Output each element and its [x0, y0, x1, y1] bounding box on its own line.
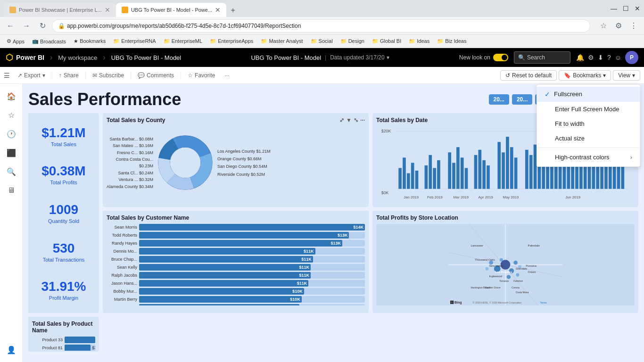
download-btn[interactable]: ⬇	[598, 54, 603, 61]
bar-jun-2	[529, 155, 533, 189]
menu-item-fullscreen[interactable]: ✓ Fullscreen	[537, 87, 640, 102]
pbi-data-updated: Data updated 3/17/20 ▾	[330, 54, 389, 61]
menu-item-high-contrast[interactable]: High-contrast colors ›	[537, 150, 640, 165]
settings-btn[interactable]: ⚙	[588, 54, 594, 61]
notifications-btn[interactable]: 🔔	[576, 54, 584, 61]
sidebar-apps[interactable]: ⬛	[3, 144, 20, 161]
year-btn-2[interactable]: 20...	[512, 94, 532, 105]
bookmark-masteranalyst[interactable]: 📁 Master Analyst	[258, 37, 305, 45]
sidebar-home[interactable]: 🏠	[3, 88, 20, 105]
bookmark-globalbi[interactable]: 📁 Global BI	[369, 37, 404, 45]
sidebar-profile[interactable]: 👤	[3, 341, 20, 358]
bookmark-enterpriseapps[interactable]: 📁 EnterpriseApps	[207, 37, 256, 45]
map-dot-6	[513, 261, 518, 265]
bar-apr-1	[474, 155, 478, 189]
customer-bar-item: Jason Hans... $11K	[107, 280, 365, 287]
bar-apr-4	[487, 165, 490, 189]
sidebar-search[interactable]: 🔍	[3, 163, 20, 180]
map-label-glendale: Glendale	[516, 267, 528, 270]
more-btn[interactable]: ···	[221, 70, 233, 81]
extensions-btn[interactable]: ⚙	[612, 19, 625, 33]
tab-close-2[interactable]: ✕	[215, 6, 221, 14]
bookmark-bizideas[interactable]: 📁 Biz Ideas	[434, 37, 469, 45]
browser-window: Power BI Showcase | Enterprise L... ✕ UB…	[0, 0, 644, 48]
help-btn[interactable]: ?	[607, 54, 611, 61]
view-btn[interactable]: View ▾	[613, 70, 640, 81]
menu-item-enter-fullscreen[interactable]: Enter Full Screen Mode	[537, 102, 640, 116]
expand-icon[interactable]: ⤡	[354, 117, 358, 123]
share-icon: ↑	[59, 72, 62, 79]
customer-name: Shawn Sny...	[107, 305, 137, 305]
pbi-workspace[interactable]: My workspace	[58, 54, 97, 61]
menu-item-fit-width[interactable]: Fit to width	[537, 116, 640, 131]
customer-name: Bobby Mur...	[107, 289, 137, 294]
address-bar[interactable]: 🔒 app.powerbi.com/groups/me/reports/ab50…	[52, 19, 590, 33]
donut-chart-title: Total Sales by County ⤢ ▼ ⤡ ···	[107, 117, 365, 123]
customer-name: Martin Berry	[107, 297, 137, 302]
product-bar-track: $35K	[65, 345, 95, 351]
back-button[interactable]: ←	[4, 19, 17, 33]
maximize-button[interactable]: ☐	[623, 5, 629, 12]
kpi-profit-margin: 31.91% Profit Margin	[32, 279, 95, 301]
bookmark-enterprisedna[interactable]: 📁 EnterpriseRNA	[110, 37, 158, 45]
feedback-btn[interactable]: ☺	[615, 54, 621, 61]
export-btn[interactable]: ↗ Export ▾	[14, 70, 49, 81]
customer-bar-track: $11K	[139, 272, 365, 279]
separator-3	[131, 71, 131, 80]
customer-name: Randy Hayes	[107, 241, 137, 246]
map-label-palmdale: Palmdale	[528, 244, 540, 247]
bookmark-bookmarks[interactable]: ★ Bookmarks	[71, 37, 108, 45]
menu-item-fullscreen-label: Fullscreen	[554, 90, 582, 98]
more-icon[interactable]: ···	[360, 117, 365, 123]
reset-btn[interactable]: ↺ Reset to default	[500, 70, 557, 81]
comments-label: Comments	[147, 72, 174, 79]
sidebar-monitor[interactable]: 🖥	[3, 182, 20, 199]
sidebar-toggle[interactable]: ☰	[4, 72, 10, 79]
customer-bar-item: Bruce Chap... $11K	[107, 256, 365, 263]
filter-icon[interactable]: ▼	[346, 117, 352, 123]
nav-separator-2: ›	[103, 53, 105, 62]
customer-bar-value-inline: $13K	[338, 233, 348, 238]
map-dot-10	[516, 273, 520, 277]
sidebar-clock[interactable]: 🕐	[3, 125, 20, 142]
new-tab-button[interactable]: +	[226, 4, 239, 17]
bookmark-apps[interactable]: ⚙ Apps	[4, 37, 27, 45]
sidebar-star[interactable]: ☆	[3, 107, 20, 123]
user-avatar[interactable]: P	[625, 51, 638, 64]
donut-labels-right: Los Angeles County $1.21M Orange County …	[217, 148, 271, 178]
browser-tab-2[interactable]: UBG To Power BI - Model - Powe... ✕	[116, 3, 226, 17]
new-look-toggle[interactable]	[493, 54, 508, 61]
bookmark-enterpriseml[interactable]: 📁 EnterpriseML	[161, 37, 205, 45]
powerbi-app: ⬡ Power BI › My workspace › UBG To Power…	[0, 48, 644, 362]
bookmark-broadcasts[interactable]: 📺 Broadcasts	[29, 37, 69, 45]
subscribe-btn[interactable]: ✉ Subscribe	[89, 70, 128, 81]
favorite-btn[interactable]: ☆ Favorite	[184, 70, 219, 81]
bookmark-social[interactable]: 📁 Social	[308, 37, 336, 45]
customer-bar-item: Todd Roberts $13K	[107, 232, 365, 239]
bookmark-star[interactable]: ☆	[597, 19, 610, 33]
focus-icon[interactable]: ⤢	[339, 117, 344, 123]
customer-bar-track: $11K	[139, 264, 365, 271]
bookmark-design[interactable]: 📁 Design	[338, 37, 367, 45]
tab-close-1[interactable]: ✕	[105, 6, 110, 14]
customer-bar-fill: $11K	[139, 272, 311, 279]
menu-btn[interactable]: ⋮	[627, 19, 640, 33]
comments-btn[interactable]: 💬 Comments	[134, 70, 178, 81]
customer-bar-track: $10K	[139, 288, 365, 295]
year-btn-1[interactable]: 20...	[489, 94, 509, 105]
close-button[interactable]: ✕	[635, 5, 640, 12]
menu-item-actual-size[interactable]: Actual size	[537, 131, 640, 146]
pbi-new-look: New look on	[459, 54, 508, 61]
bookmark-ideas[interactable]: 📁 Ideas	[406, 37, 432, 45]
forward-button[interactable]: →	[20, 19, 33, 33]
tab-title-1: Power BI Showcase | Enterprise L...	[19, 7, 102, 13]
bookmarks-btn[interactable]: 🔖 Bookmarks ▾	[559, 70, 611, 81]
pbi-report-name: UBG To Power BI - Model	[111, 54, 182, 61]
customer-bar-fill: $11K	[139, 256, 313, 263]
reload-button[interactable]: ↻	[36, 19, 49, 33]
browser-tab-1[interactable]: Power BI Showcase | Enterprise L... ✕	[4, 3, 116, 17]
pbi-search-box[interactable]: 🔍 Search	[514, 51, 570, 64]
minimize-button[interactable]: —	[611, 5, 617, 12]
map-copyright: © 2020 HERE, © 2020 Microsoft Corporatio…	[473, 301, 521, 304]
share-btn[interactable]: ↑ Share	[55, 70, 83, 81]
